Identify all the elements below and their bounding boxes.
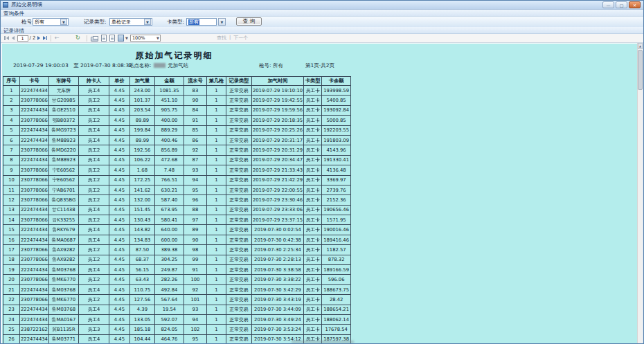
table-cell: 员工卡 [304,284,322,294]
close-button[interactable]: ✕ [629,1,641,8]
table-cell: 员工卡 [304,145,322,155]
table-cell: 1571.95 [322,215,351,225]
table-row: 2230778066甘G20985员工24.45101.37451.10901正… [3,96,351,105]
find-link[interactable]: 查找 [217,35,226,42]
table-cell: 2019-07-30 3:49:24 [251,314,303,324]
table-cell: 400.46 [154,135,184,145]
table-cell: 正常交易 [226,195,251,205]
table-cell: 晋K33255 [48,215,78,225]
gun-number-select[interactable]: 所有 ▼ [33,18,69,26]
table-cell: 2019-07-29 20:31:17 [251,135,303,145]
table-cell: 鲁M88923 [48,155,78,165]
table-cell: 宁E60562 [48,175,78,185]
table-cell: 63.43 [129,275,154,284]
record-type-select[interactable]: 单枪记录 ▼ [109,18,152,26]
table-cell: 正常交易 [226,295,251,305]
table-cell: 4.45 [109,295,129,305]
table-cell: 员工2 [78,175,109,185]
table-row: 11230778066宁AB6701员工24.45141.62630.21951… [3,185,351,194]
table-cell: 28.42 [322,295,351,305]
previous-page-button[interactable] [12,36,15,40]
table-cell: 正常交易 [226,185,251,194]
table-cell: 7 [3,145,20,155]
table-cell: 304.25 [154,255,184,264]
table-cell: 14 [3,215,20,225]
table-row: 3222474434鲁GE2510员工44.45203.54905.75841正… [3,105,351,115]
table-cell: 员工2 [78,245,109,255]
current-page-input[interactable]: 1 [17,35,28,42]
page-setup-icon[interactable] [109,35,115,42]
card-type-selected-text: 所有 [188,19,199,25]
maximize-button[interactable]: ▢ [616,1,627,8]
table-cell: 鲁GE2510 [48,105,78,115]
table-cell: 1 [206,185,226,194]
chevron-down-icon[interactable]: ▼ [60,19,67,25]
table-cell: 正常交易 [226,96,251,105]
report-date-range: 2019-07-29 19:00:03 至 2019-07-30 8:08:32 [13,62,132,69]
next-page-button[interactable] [37,36,40,40]
report-table: 序号卡号车牌号持卡人单价加气量金额流水号第几枪记录类型加气时间卡类型卡余额 12… [3,76,351,344]
table-cell: 130.43 [129,215,154,225]
zoom-select[interactable]: 100% ▼ [130,35,161,42]
table-cell: 员工4 [78,135,109,145]
table-cell: 101.37 [129,96,154,105]
refresh-icon[interactable]: ↻ [75,35,83,42]
table-row: 25238722162冀B1135R员工34.45185.18824.05102… [3,325,351,334]
minimize-button[interactable]: — [602,1,614,8]
print-icon[interactable] [91,37,98,42]
table-cell: 19.54 [154,305,184,314]
table-cell: 1081.35 [154,86,184,96]
table-header-cell: 持卡人 [78,77,109,86]
card-type-input[interactable]: 所有 [186,18,217,26]
gun-number-label: 枪号: [21,18,34,26]
table-cell: 199.84 [129,125,154,135]
table-cell: 员工卡 [304,314,322,324]
query-button[interactable]: 查 询 [236,17,262,26]
station-name-redaction [154,63,166,68]
table-cell: 188654.21 [322,305,351,314]
table-cell: 1 [206,105,226,115]
report-gun-filter: 枪号: 所有 [259,62,283,69]
print-layout-icon[interactable] [101,35,107,42]
table-cell: 2019-07-29 23:37:15 [251,215,303,225]
table-cell: 1 [206,225,226,235]
table-cell: 230778066 [20,185,49,194]
scroll-up-icon[interactable]: ▲ [638,43,643,49]
find-next-link[interactable]: 下一个 [233,35,248,42]
table-cell: 员工卡 [304,235,322,244]
export-dropdown-arrow-icon[interactable]: ▼ [125,36,128,40]
export-icon[interactable] [118,35,124,42]
stop-rendering-icon[interactable] [65,35,73,42]
table-cell: 24 [3,314,20,324]
table-cell: 正常交易 [226,205,251,215]
table-cell: 230778066 [20,165,49,175]
table-cell: 222474434 [20,125,49,135]
table-cell: 91 [184,116,206,125]
vertical-scrollbar[interactable]: ▲ [637,43,643,343]
table-cell: 18 [3,255,20,264]
caption-buttons: — ▢ ✕ [602,1,641,8]
table-cell: 99 [184,255,206,264]
table-cell: 230778066 [20,215,49,225]
find-separator: | [229,35,231,42]
table-cell: 567.64 [154,295,184,305]
last-page-button[interactable] [43,36,48,40]
table-row: 19222474434鲁M03768员工44.4556.15249.87911正… [3,265,351,275]
table-cell: 222474434 [20,86,49,96]
table-cell: 222474434 [20,284,49,294]
table-cell: 1 [206,116,226,125]
card-type-dropdown-button[interactable]: ▼ [218,18,226,26]
scrollbar-thumb[interactable] [638,50,643,90]
first-page-button[interactable] [4,36,9,40]
table-cell: 230778066 [20,145,49,155]
report-title: 原始加气记录明细 [2,50,346,62]
table-cell: 4.45 [109,165,129,175]
table-cell: 15 [3,225,20,235]
table-cell: 员工2 [78,195,109,205]
table-cell: 889.29 [154,125,184,135]
report-station: 站点名称: 元加气站 [129,62,188,69]
back-to-parent-report-icon[interactable]: ← [55,35,62,42]
table-cell: 2019-07-29 20:34:47 [251,155,303,165]
table-cell: 89.89 [129,116,154,125]
chevron-down-icon[interactable]: ▼ [144,19,151,25]
